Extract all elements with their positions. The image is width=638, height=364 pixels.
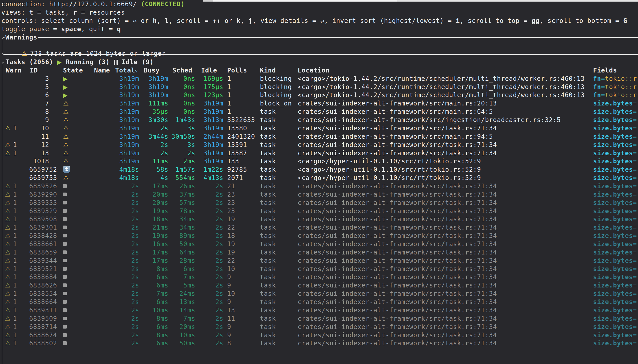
- warning-icon: ⚠: [21, 50, 27, 57]
- warnings-panel: Warnings ⚠738 tasks are 1024 bytes or la…: [2, 37, 638, 55]
- status-line-3: toggle pause = space, quit = q: [1, 25, 121, 33]
- status-line-1: views: t = tasks, r = resources: [1, 8, 125, 16]
- tokio-console-terminal: { "theme": { "bg": "#28282c", "fg": "#e8…: [0, 0, 638, 364]
- warnings-panel-title: Warnings: [4, 33, 38, 42]
- tasks-panel-title: Tasks (2056) ▶ Running (3) Idle (9): [4, 58, 154, 66]
- status-line-2: controls: select column (sort) = ↔ or h,…: [1, 16, 627, 25]
- status-line-0: connection: http://127.0.0.1:6669/ (CONN…: [1, 0, 185, 8]
- warning-item: ⚠738 tasks are 1024 bytes or larger: [6, 41, 166, 49]
- idle-pause-icon: [114, 58, 118, 66]
- running-icon: ▶: [57, 59, 62, 66]
- tasks-panel: Tasks (2056) ▶ Running (3) Idle (9): [2, 62, 638, 364]
- warning-text: 738 tasks are 1024 bytes or larger: [30, 50, 166, 57]
